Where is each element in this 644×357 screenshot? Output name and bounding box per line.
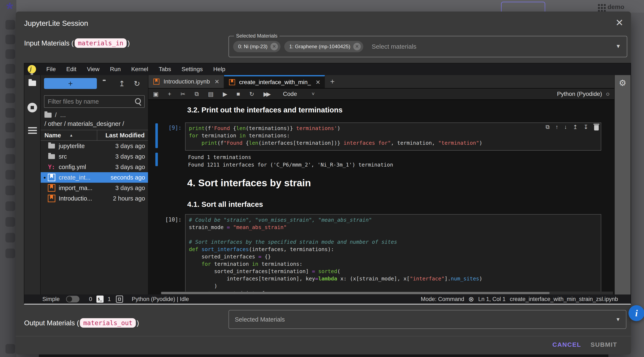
notebook-icon — [48, 174, 56, 181]
simple-mode-toggle[interactable] — [66, 296, 80, 302]
move-down-icon[interactable]: ↓ — [564, 124, 567, 131]
material-chip[interactable]: 1: Graphene (mp-1040425) ✕ — [284, 41, 363, 52]
notebook-icon — [154, 79, 160, 85]
kernel-status-text[interactable]: Python (Pyodide) | Idle — [132, 296, 189, 302]
cursor-position[interactable]: Ln 1, Col 1 — [478, 296, 506, 302]
column-last-modified[interactable]: Last Modified — [97, 130, 148, 140]
jupyterlite-session-dialog: JupyterLite Session ✕ Input Materials ( … — [16, 12, 631, 354]
file-browser-icon[interactable] — [28, 81, 36, 86]
chevron-down-icon[interactable]: ▼ — [616, 43, 621, 50]
tab-create-interface[interactable]: create_interface_with_min_ ✕ — [224, 75, 325, 88]
horizontal-scrollbar[interactable] — [161, 291, 613, 294]
run-cell-icon[interactable]: ▶ — [223, 91, 228, 98]
menu-file[interactable]: File — [41, 66, 61, 73]
backdrop-topbar — [0, 0, 644, 13]
restart-run-all-icon[interactable]: ▶▶ — [264, 91, 269, 98]
cut-cell-icon[interactable]: ✂ — [180, 91, 185, 98]
breadcrumb-ellipsis[interactable]: … — [60, 112, 66, 119]
home-folder-icon[interactable] — [44, 113, 52, 118]
chevron-down-icon: ▼ — [616, 316, 620, 322]
menu-tabs[interactable]: Tabs — [154, 66, 176, 73]
backdrop-sidebar-icon — [6, 186, 15, 195]
output-collapser[interactable] — [155, 153, 158, 166]
file-list: ● jupyterlite 3 days ago ● src 3 days ag… — [41, 141, 148, 294]
file-row[interactable]: ● jupyterlite 3 days ago — [41, 141, 148, 151]
execution-count: [9]: — [148, 125, 182, 131]
close-tab-icon[interactable]: ✕ — [316, 79, 320, 86]
notebook-icon — [229, 79, 235, 85]
restart-kernel-icon[interactable]: ↻ — [249, 91, 254, 98]
close-icon[interactable]: ✕ — [615, 17, 624, 28]
submit-button[interactable]: SUBMIT — [587, 339, 621, 350]
jupyter-menubar: j File Edit View Run Kernel Tabs Setting… — [24, 63, 630, 75]
file-row[interactable]: ● src 3 days ago — [41, 151, 148, 162]
notebook-document[interactable]: 3.2. Print out the interfaces and termin… — [148, 100, 614, 294]
info-button[interactable]: i — [628, 305, 644, 321]
kernel-indicator[interactable]: Python (Pyodide) ○ — [557, 90, 610, 98]
mode-indicator[interactable]: Mode: Command — [421, 296, 464, 302]
remove-chip-icon[interactable]: ✕ — [353, 43, 361, 50]
menu-kernel[interactable]: Kernel — [126, 66, 154, 73]
dialog-title: JupyterLite Session — [24, 19, 88, 28]
cancel-button[interactable]: CANCEL — [548, 339, 585, 350]
stop-kernel-icon[interactable]: ■ — [236, 91, 240, 97]
cell-toolbar: ⧉ ↑ ↓ ↥ ↧ — [546, 124, 599, 131]
tab-bar: Introduction.ipynb ✕ create_interface_wi… — [148, 75, 614, 89]
upload-icon[interactable]: ↥ — [119, 79, 125, 88]
status-filename: create_interface_with_min_strain_zsl.ipy… — [510, 296, 618, 302]
column-name[interactable]: Name ▲ — [41, 132, 97, 139]
right-sidebar: ⚙ — [614, 75, 630, 294]
table-of-contents-icon[interactable] — [28, 127, 37, 128]
menu-settings[interactable]: Settings — [176, 66, 208, 73]
materials-in-chip: materials_in — [75, 38, 127, 48]
file-row[interactable]: ● import_ma... 3 days ago — [41, 183, 148, 193]
new-tab-icon[interactable]: + — [325, 75, 340, 88]
new-launcher-button[interactable]: + — [44, 78, 97, 89]
file-row[interactable]: ● Introductio... 2 hours ago — [41, 193, 148, 204]
menu-edit[interactable]: Edit — [61, 66, 82, 73]
delete-cell-icon[interactable] — [594, 125, 599, 131]
insert-above-icon[interactable]: ↥ — [573, 124, 578, 131]
menu-help[interactable]: Help — [208, 66, 230, 73]
backdrop-sidebar-icon — [6, 64, 15, 74]
insert-below-icon[interactable]: ↧ — [584, 124, 588, 131]
terminal-count[interactable]: 0 — [89, 296, 92, 302]
search-icon — [135, 98, 141, 104]
breadcrumb-path[interactable]: / other / materials_designer / — [41, 119, 148, 130]
refresh-icon[interactable]: ↻ — [134, 79, 140, 88]
material-chip[interactable]: 0: Ni (mp-23) ✕ — [233, 41, 280, 52]
backdrop-sidebar-icon — [6, 93, 15, 103]
execution-count: [10]: — [148, 216, 182, 223]
running-kernels-icon[interactable] — [28, 103, 37, 112]
insert-cell-icon[interactable]: + — [168, 91, 171, 97]
kernel-count[interactable]: 1 — [108, 296, 111, 302]
menu-run[interactable]: Run — [105, 66, 126, 73]
copy-cell-icon[interactable]: ⧉ — [194, 91, 199, 98]
backdrop-sidebar-icon — [6, 79, 15, 88]
markdown-heading: 3.2. Print out the interfaces and termin… — [187, 106, 342, 114]
close-tab-icon[interactable]: ✕ — [214, 78, 219, 85]
move-up-icon[interactable]: ↑ — [556, 124, 558, 131]
filter-files-input[interactable]: Filter files by name — [44, 95, 145, 108]
dialog-divider — [16, 336, 631, 336]
save-icon[interactable]: ▣ — [153, 91, 158, 98]
tab-introduction[interactable]: Introduction.ipynb ✕ — [148, 75, 224, 88]
trust-shield-icon: ⊗ — [468, 295, 474, 303]
duplicate-cell-icon[interactable]: ⧉ — [546, 124, 550, 131]
output-materials-label: Output Materials ( materials_out ) — [24, 318, 139, 328]
paste-cell-icon[interactable]: ▤ — [208, 91, 214, 98]
selected-materials-field[interactable]: Selected Materials 0: Ni (mp-23) ✕ 1: Gr… — [228, 36, 627, 57]
gear-icon[interactable]: ⚙ — [615, 78, 630, 88]
file-row[interactable]: ● Y: config.yml 3 days ago — [41, 162, 148, 172]
menu-view[interactable]: View — [82, 66, 104, 73]
output-materials-select[interactable]: Selected Materials ▼ — [228, 310, 626, 329]
screen: * demo JupyterLite Session ✕ Input Mater… — [0, 0, 644, 357]
code-cell[interactable]: # Could be "strain", "von_mises_strain",… — [185, 214, 601, 292]
cell-output: Found 1 terminationsFound 1211 interface… — [188, 154, 393, 169]
remove-chip-icon[interactable]: ✕ — [270, 43, 278, 50]
code-cell[interactable]: print(f'Found {len(terminations)} termin… — [185, 123, 601, 151]
cell-type-select[interactable]: Code ˅ — [283, 91, 315, 97]
backdrop-sidebar-icon — [6, 123, 15, 132]
file-row-selected[interactable]: ● create_int... seconds ago — [41, 172, 148, 183]
status-bar: Simple 0 $_ 1 Python (Pyodide) | Idle Mo… — [24, 294, 630, 304]
